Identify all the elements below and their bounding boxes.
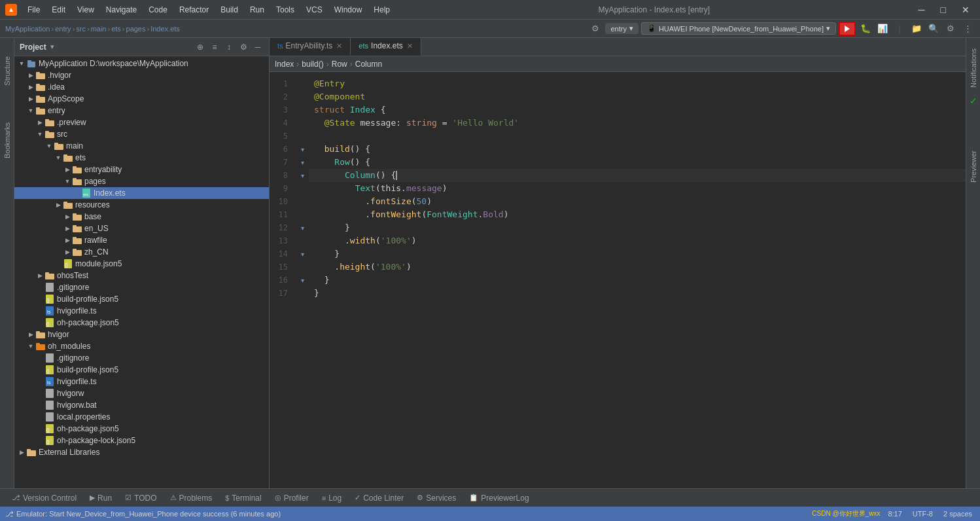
- tree-arrow-idea[interactable]: ▶: [26, 82, 35, 92]
- structure-panel-label[interactable]: Structure: [2, 51, 12, 91]
- gutter-7[interactable]: ▾: [296, 156, 309, 169]
- tree-arrow-ets[interactable]: ▼: [54, 153, 63, 162]
- code-line-2[interactable]: @Component: [309, 90, 966, 103]
- tree-item-modulejson5[interactable]: {}module.json5: [14, 258, 269, 270]
- menu-code[interactable]: Code: [143, 4, 173, 16]
- tree-arrow-rawfile[interactable]: ▶: [63, 236, 72, 245]
- bookmarks-panel-label[interactable]: Bookmarks: [2, 117, 12, 164]
- code-line-11[interactable]: .fontWeight(FontWeight.Bold): [309, 208, 966, 221]
- tree-item-hvigorwbat[interactable]: hvigorw.bat: [14, 399, 269, 411]
- tree-item-zh_cn[interactable]: ▶zh_CN: [14, 246, 269, 258]
- collapse-icon[interactable]: ≡: [209, 41, 220, 53]
- menu-vcs[interactable]: VCS: [301, 4, 328, 16]
- tree-arrow-myapp[interactable]: ▼: [17, 59, 26, 68]
- tree-item-buildprofile2[interactable]: {}build-profile.json5: [14, 364, 269, 376]
- path-index[interactable]: Index: [275, 60, 294, 69]
- tree-item-buildprofile[interactable]: {}build-profile.json5: [14, 293, 269, 305]
- code-line-8[interactable]: Column() {: [309, 169, 966, 182]
- code-line-16[interactable]: }: [309, 274, 966, 287]
- tree-item-localprops[interactable]: local.properties: [14, 411, 269, 423]
- more-icon[interactable]: ⋮: [960, 22, 975, 36]
- menu-tools[interactable]: Tools: [271, 4, 300, 16]
- tab-indexets[interactable]: ets Index.ets ✕: [351, 38, 421, 56]
- tab-entryability-close[interactable]: ✕: [336, 42, 342, 50]
- bottom-tab-log[interactable]: ≡Log: [315, 489, 348, 507]
- tree-item-base[interactable]: ▶base: [14, 211, 269, 223]
- tree-item-hvigorfile2[interactable]: tshvigorfile.ts: [14, 376, 269, 387]
- run-config-dropdown-icon[interactable]: ▾: [629, 24, 633, 33]
- notifications-label[interactable]: Notifications: [968, 43, 979, 93]
- tree-item-gitignore2[interactable]: .gitignore: [14, 352, 269, 364]
- menu-edit[interactable]: Edit: [46, 4, 71, 16]
- maximize-button[interactable]: □: [936, 3, 951, 16]
- tree-item-idea[interactable]: ▶.idea: [14, 81, 269, 93]
- code-line-10[interactable]: .fontSize(50): [309, 195, 966, 208]
- gutter-6[interactable]: ▾: [296, 143, 309, 156]
- bottom-tab-run[interactable]: ▶Run: [83, 489, 118, 507]
- tree-item-hvigor2[interactable]: ▶hvigor: [14, 329, 269, 340]
- tree-item-hvigorfile[interactable]: tshvigorfile.ts: [14, 305, 269, 317]
- bc-ets[interactable]: ets: [111, 25, 121, 33]
- tree-arrow-en_us[interactable]: ▶: [63, 224, 72, 233]
- tree-item-rawfile[interactable]: ▶rawfile: [14, 234, 269, 246]
- code-line-15[interactable]: .height('100%'): [309, 260, 966, 274]
- indentation-indicator[interactable]: 2 spaces: [941, 510, 975, 518]
- tree-item-preview[interactable]: ▶.preview: [14, 117, 269, 128]
- tree-item-ets[interactable]: ▼ets: [14, 152, 269, 164]
- bc-myapp[interactable]: MyApplication: [5, 25, 50, 33]
- tree-item-resources[interactable]: ▶resources: [14, 199, 269, 211]
- menu-navigate[interactable]: Navigate: [101, 4, 142, 16]
- menu-build[interactable]: Build: [215, 4, 243, 16]
- menu-run[interactable]: Run: [245, 4, 270, 16]
- tree-item-indexets[interactable]: etsIndex.ets: [14, 187, 269, 199]
- device-dropdown-icon[interactable]: ▾: [826, 24, 830, 33]
- code-line-13[interactable]: .width('100%'): [309, 234, 966, 247]
- settings-icon[interactable]: ⚙: [588, 22, 603, 36]
- code-editor[interactable]: 1234567891011121314151617 ▾▾▾▾▾▾ @Entry@…: [270, 72, 966, 488]
- bc-main[interactable]: main: [91, 25, 107, 33]
- tree-item-en_us[interactable]: ▶en_US: [14, 223, 269, 234]
- bug-icon[interactable]: 🐛: [858, 22, 873, 36]
- code-line-5[interactable]: [309, 130, 966, 143]
- tree-arrow-resources[interactable]: ▶: [54, 200, 63, 209]
- project-icon[interactable]: 📁: [909, 22, 924, 36]
- bottom-tab-services[interactable]: ⚙Services: [410, 489, 463, 507]
- code-line-17[interactable]: }: [309, 287, 966, 300]
- code-line-3[interactable]: struct Index {: [309, 103, 966, 117]
- tree-arrow-ohostest[interactable]: ▶: [35, 271, 44, 280]
- sort-icon[interactable]: ↕: [223, 41, 235, 53]
- bottom-tab-code-linter[interactable]: ✓Code Linter: [348, 489, 410, 507]
- menu-window[interactable]: Window: [329, 4, 368, 16]
- menu-help[interactable]: Help: [368, 4, 395, 16]
- bottom-tab-version-control[interactable]: ⎇Version Control: [5, 489, 83, 507]
- tree-item-myapp[interactable]: ▼MyApplication D:\workspace\MyApplicatio…: [14, 58, 269, 69]
- tree-arrow-extlibs[interactable]: ▶: [17, 448, 26, 457]
- close-button[interactable]: ✕: [956, 3, 975, 16]
- device-selector[interactable]: 📱 HUAWEI Phone [NewDevice_from_Huawei_Ph…: [641, 22, 836, 35]
- code-line-14[interactable]: }: [309, 247, 966, 260]
- position-indicator[interactable]: 8:17: [885, 510, 904, 518]
- tree-item-ohostest[interactable]: ▶ohosTest: [14, 270, 269, 281]
- bc-entry[interactable]: entry: [55, 25, 71, 33]
- code-line-9[interactable]: Text(this.message): [309, 182, 966, 195]
- tree-item-gitignore[interactable]: .gitignore: [14, 281, 269, 293]
- tree-item-appscope[interactable]: ▶AppScope: [14, 93, 269, 105]
- code-line-7[interactable]: Row() {: [309, 156, 966, 169]
- code-content[interactable]: @Entry@Componentstruct Index { @State me…: [309, 72, 966, 488]
- tree-item-hvigor[interactable]: ▶.hvigor: [14, 69, 269, 81]
- tree-item-pages[interactable]: ▼pages: [14, 175, 269, 187]
- tree-item-entry[interactable]: ▼entry: [14, 105, 269, 117]
- tree-arrow-hvigor2[interactable]: ▶: [26, 330, 35, 339]
- tree-arrow-src[interactable]: ▼: [35, 130, 44, 139]
- tree-arrow-preview[interactable]: ▶: [35, 118, 44, 127]
- tree-arrow-main[interactable]: ▼: [44, 141, 54, 151]
- code-line-1[interactable]: @Entry: [309, 77, 966, 90]
- tree-arrow-zh_cn[interactable]: ▶: [63, 247, 72, 257]
- profile-icon[interactable]: 📊: [875, 22, 890, 36]
- tree-item-main[interactable]: ▼main: [14, 140, 269, 152]
- run-config[interactable]: entry ▾: [605, 23, 638, 34]
- gear-icon[interactable]: ⚙: [943, 22, 958, 36]
- tree-arrow-entryability[interactable]: ▶: [63, 165, 72, 174]
- locate-icon[interactable]: ⊕: [194, 41, 206, 53]
- minimize-button[interactable]: ─: [913, 3, 930, 16]
